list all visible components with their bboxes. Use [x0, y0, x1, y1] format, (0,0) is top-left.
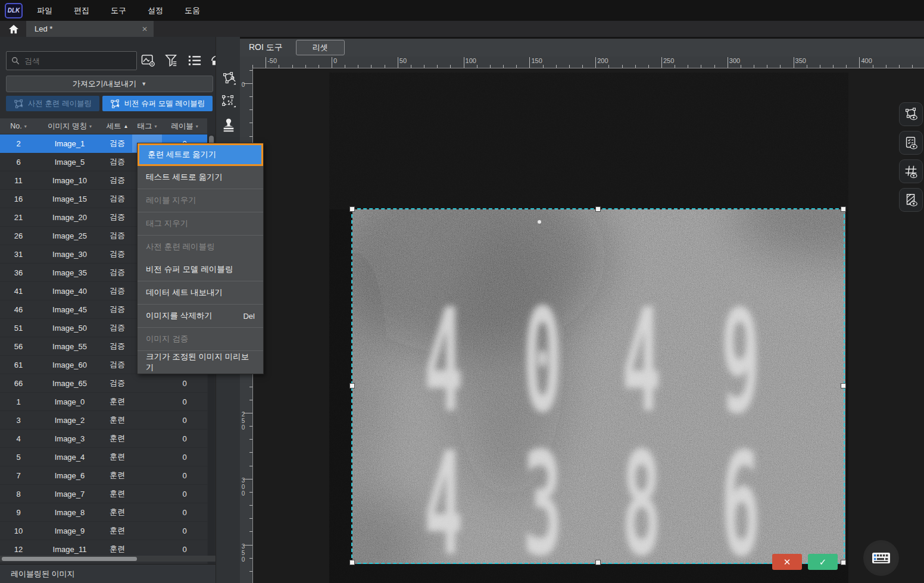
ruler-label: 250 — [241, 411, 246, 431]
stamp-tool[interactable] — [220, 115, 238, 134]
column-header[interactable]: 태그▾ — [132, 118, 162, 134]
table-cell: 41 — [0, 282, 37, 300]
table-cell: Image_0 — [37, 393, 102, 410]
table-row[interactable]: 66Image_65검증0 — [0, 374, 207, 393]
ruler-tick — [820, 65, 820, 68]
menu-help[interactable]: 도움 — [174, 0, 211, 21]
ruler-tick — [398, 57, 398, 68]
roi-handle[interactable] — [841, 560, 846, 565]
ruler-label: 300 — [241, 477, 246, 497]
ruler-tick — [249, 531, 252, 532]
context-menu-item[interactable]: 이미지 검증 — [138, 328, 263, 350]
table-cell: 4 — [0, 430, 37, 447]
ruler-tick — [279, 65, 279, 68]
tab-led[interactable]: Led * ✕ — [26, 21, 154, 37]
menu-settings[interactable]: 설정 — [137, 0, 174, 21]
toggle-mask-button[interactable] — [899, 188, 923, 212]
table-cell: 검증 — [102, 245, 132, 263]
filter-icon[interactable] — [164, 53, 179, 68]
table-cell: 0 — [162, 503, 207, 521]
table-row[interactable]: 7Image_6훈련0 — [0, 466, 207, 485]
stamp-tool-icon — [221, 117, 236, 133]
ruler-label: 350 — [241, 543, 246, 563]
menu-tools[interactable]: 도구 — [100, 0, 137, 21]
ruler-tick — [371, 65, 372, 68]
context-menu-item[interactable]: 이미지를 삭제하기Del — [138, 305, 263, 327]
table-cell: Image_6 — [37, 466, 102, 484]
table-cell: 훈련 — [102, 411, 132, 429]
roi-selection-box[interactable] — [351, 208, 845, 564]
home-button[interactable] — [4, 21, 24, 37]
ruler-tick — [477, 65, 477, 68]
search-input[interactable] — [23, 56, 127, 66]
table-horizontal-scrollbar[interactable] — [0, 556, 216, 562]
search-icon — [11, 57, 20, 65]
table-cell: 검증 — [102, 282, 132, 300]
context-menu-item[interactable]: 비전 슈퍼 모델 레이블링 — [138, 258, 263, 281]
toggle-label-list-button[interactable] — [899, 131, 923, 155]
column-header[interactable]: 이미지 명칭▾ — [37, 118, 102, 134]
context-menu-item[interactable]: 데이터 세트 내보내기 — [138, 281, 263, 304]
column-header[interactable]: No.▾ — [0, 118, 37, 134]
roi-handle[interactable] — [349, 560, 355, 565]
context-menu-item[interactable]: 사전 훈련 레이블링 — [138, 236, 263, 258]
context-menu-item[interactable]: 태그 지우기 — [138, 212, 263, 235]
scrollbar-thumb[interactable] — [2, 557, 137, 561]
table-cell: 검증 — [102, 264, 132, 281]
ruler-tick — [833, 65, 834, 68]
context-menu-item[interactable]: 크기가 조정된 이미지 미리보기 — [138, 351, 263, 374]
context-menu-item[interactable]: 훈련 세트로 옮기기 — [138, 143, 263, 166]
context-menu-item[interactable]: 테스트 세트로 옮기기 — [138, 166, 263, 189]
polygon-select-tool[interactable] — [220, 69, 238, 88]
roi-handle[interactable] — [595, 560, 601, 565]
import-export-button[interactable]: 가져오기/내보내기 ▼ — [6, 76, 213, 92]
table-cell: 훈련 — [102, 448, 132, 466]
roi-confirm-button[interactable]: ✓ — [808, 554, 838, 570]
roi-handle[interactable] — [349, 206, 355, 212]
labeled-images-bar[interactable]: 레이블링된 이미지 — [0, 564, 216, 583]
search-box[interactable] — [6, 51, 137, 70]
ruler-tick — [794, 57, 794, 68]
table-cell: Image_65 — [37, 374, 102, 392]
toggle-roi-visibility-button[interactable] — [899, 102, 923, 126]
polygon-select-icon — [221, 71, 236, 86]
image-canvas[interactable]: 4049 4386 ✕ ✓ — [252, 68, 924, 583]
pretrain-labeling-button[interactable]: 사전 훈련 레이블링 — [6, 96, 99, 111]
ruler-tick — [249, 426, 252, 427]
ruler-tick — [292, 65, 293, 68]
table-cell: 검증 — [102, 171, 132, 189]
menu-edit[interactable]: 편집 — [63, 0, 100, 21]
ruler-tick — [873, 65, 873, 68]
table-row[interactable]: 9Image_8훈련0 — [0, 503, 207, 522]
roi-cancel-button[interactable]: ✕ — [772, 554, 802, 570]
menu-file[interactable]: 파일 — [26, 0, 63, 21]
table-row[interactable]: 4Image_3훈련0 — [0, 430, 207, 448]
table-row[interactable]: 5Image_4훈련0 — [0, 448, 207, 466]
virtual-keyboard-button[interactable] — [866, 543, 897, 573]
table-cell: Image_25 — [37, 227, 102, 245]
import-export-label: 가져오기/내보내기 — [73, 79, 137, 89]
list-view-icon[interactable] — [187, 53, 202, 68]
caret-down-icon: ▼ — [141, 81, 146, 87]
column-header[interactable]: 레이블▾ — [162, 118, 207, 134]
table-row[interactable]: 8Image_7훈련0 — [0, 485, 207, 503]
smart-select-tool[interactable] — [220, 92, 238, 111]
roi-handle[interactable] — [841, 383, 846, 388]
vision-super-model-button[interactable]: 비전 슈퍼 모델 레이블링 — [102, 96, 213, 111]
tab-close-icon[interactable]: ✕ — [142, 25, 148, 33]
table-cell: 9 — [0, 503, 37, 521]
table-row[interactable]: 10Image_9훈련0 — [0, 522, 207, 540]
roi-handle[interactable] — [349, 383, 355, 388]
table-row[interactable]: 3Image_2훈련0 — [0, 411, 207, 430]
toggle-grid-button[interactable] — [899, 159, 923, 183]
roi-handle[interactable] — [595, 206, 601, 212]
table-cell: 검증 — [102, 319, 132, 337]
image-settings-icon[interactable] — [141, 53, 156, 68]
table-cell: 훈련 — [102, 393, 132, 410]
table-cell: Image_30 — [37, 245, 102, 263]
table-row[interactable]: 1Image_0훈련0 — [0, 393, 207, 411]
roi-reset-button[interactable]: 리셋 — [296, 40, 345, 55]
roi-handle[interactable] — [841, 206, 846, 212]
column-header[interactable]: 세트▲ — [102, 118, 132, 134]
context-menu-item[interactable]: 레이블 지우기 — [138, 189, 263, 212]
